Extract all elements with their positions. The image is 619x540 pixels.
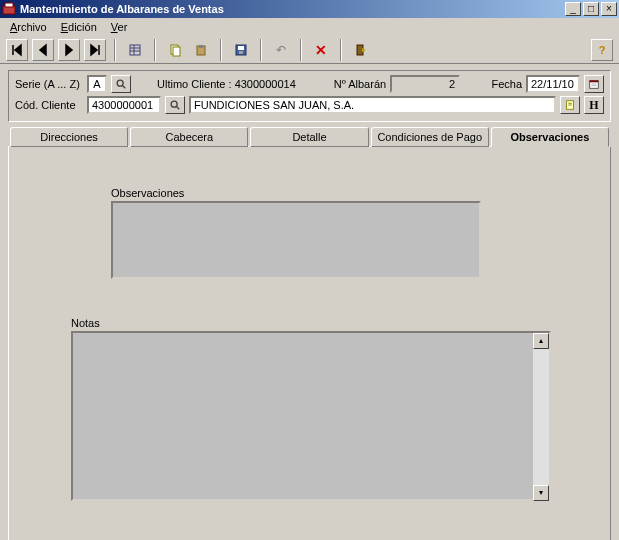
- svg-rect-12: [239, 51, 243, 54]
- save-button[interactable]: [230, 39, 252, 61]
- notas-textarea[interactable]: [71, 331, 551, 501]
- delete-button[interactable]: ✕: [310, 39, 332, 61]
- window-title: Mantenimiento de Albaranes de Ventas: [20, 3, 565, 15]
- serie-input[interactable]: [87, 75, 107, 93]
- menu-ver[interactable]: Ver: [105, 20, 134, 34]
- tabstrip: Direcciones Cabecera Detalle Condiciones…: [8, 126, 611, 146]
- notas-scrollbar[interactable]: ▴ ▾: [533, 333, 549, 501]
- scroll-down-icon[interactable]: ▾: [533, 485, 549, 501]
- help-button[interactable]: ?: [591, 39, 613, 61]
- tab-condiciones[interactable]: Condiciones de Pago: [371, 127, 489, 147]
- copy-button[interactable]: [164, 39, 186, 61]
- cliente-search-button[interactable]: [165, 96, 185, 114]
- tab-observaciones[interactable]: Observaciones: [491, 127, 609, 147]
- scroll-up-icon[interactable]: ▴: [533, 333, 549, 349]
- maximize-button[interactable]: □: [583, 2, 599, 16]
- svg-rect-9: [199, 45, 203, 48]
- nav-first-button[interactable]: [6, 39, 28, 61]
- num-albaran-input[interactable]: [390, 75, 460, 93]
- menubar: Archivo Edición Ver: [0, 18, 619, 36]
- fecha-input[interactable]: [526, 75, 580, 93]
- svg-rect-17: [590, 81, 599, 83]
- undo-button[interactable]: ↶: [270, 39, 292, 61]
- tab-page-observaciones: Observaciones Notas ▴ ▾: [8, 146, 611, 540]
- serie-label: Serie (A ... Z): [15, 78, 83, 90]
- header-panel: Serie (A ... Z) Ultimo Cliente : 4300000…: [8, 70, 611, 122]
- svg-rect-11: [238, 46, 244, 50]
- svg-rect-7: [173, 47, 180, 56]
- svg-line-21: [177, 107, 180, 110]
- cliente-h-button[interactable]: H: [584, 96, 604, 114]
- scroll-track[interactable]: [533, 349, 549, 485]
- tab-cabecera[interactable]: Cabecera: [130, 127, 248, 147]
- menu-archivo-label: rchivo: [17, 21, 46, 33]
- cod-cliente-label: Cód. Cliente: [15, 99, 83, 111]
- menu-edicion-label: dición: [68, 21, 97, 33]
- tab-direcciones[interactable]: Direcciones: [10, 127, 128, 147]
- menu-edicion[interactable]: Edición: [55, 20, 103, 34]
- svg-rect-2: [130, 45, 140, 55]
- observaciones-textarea[interactable]: [111, 201, 481, 279]
- menu-ver-label: er: [118, 21, 128, 33]
- serie-search-button[interactable]: [111, 75, 131, 93]
- paste-button[interactable]: [190, 39, 212, 61]
- tab-detalle[interactable]: Detalle: [250, 127, 368, 147]
- ultimo-cliente-label: Ultimo Cliente : 4300000014: [157, 78, 296, 90]
- cliente-note-button[interactable]: [560, 96, 580, 114]
- svg-point-20: [171, 101, 177, 107]
- cliente-nombre-input[interactable]: [189, 96, 556, 114]
- app-icon: [2, 2, 16, 16]
- nav-prev-button[interactable]: [32, 39, 54, 61]
- grid-button[interactable]: [124, 39, 146, 61]
- svg-line-15: [123, 86, 126, 89]
- menu-archivo[interactable]: Archivo: [4, 20, 53, 34]
- notas-label: Notas: [71, 317, 551, 329]
- svg-rect-1: [5, 3, 13, 7]
- exit-button[interactable]: [350, 39, 372, 61]
- observaciones-label: Observaciones: [111, 187, 481, 199]
- nav-last-button[interactable]: [84, 39, 106, 61]
- minimize-button[interactable]: _: [565, 2, 581, 16]
- close-button[interactable]: ×: [601, 2, 617, 16]
- titlebar: Mantenimiento de Albaranes de Ventas _ □…: [0, 0, 619, 18]
- cod-cliente-input[interactable]: [87, 96, 161, 114]
- num-albaran-label: Nº Albarán: [334, 78, 386, 90]
- toolbar: ↶ ✕ ?: [0, 36, 619, 64]
- nav-next-button[interactable]: [58, 39, 80, 61]
- fecha-label: Fecha: [491, 78, 522, 90]
- fecha-calendar-button[interactable]: [584, 75, 604, 93]
- svg-point-14: [117, 80, 123, 86]
